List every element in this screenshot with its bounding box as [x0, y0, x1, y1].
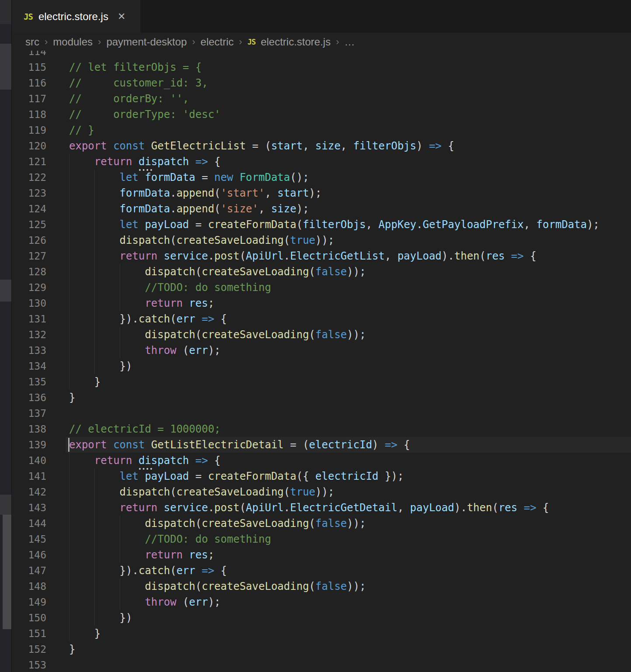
indent-guide — [120, 594, 120, 610]
code-line[interactable]: 147 }).catch(err => { — [12, 563, 631, 578]
token-punctuation — [189, 454, 195, 467]
code-line[interactable]: 151 } — [12, 626, 631, 641]
code-line[interactable]: 125 let payLoad = createFormData(filterO… — [12, 217, 631, 232]
code-line[interactable]: 126 dispatch(createSaveLoading(true)); — [12, 232, 631, 248]
code-line[interactable]: 149 throw (err); — [12, 594, 631, 610]
token-punctuation: ( — [284, 486, 290, 498]
token-variable: payLoad — [145, 218, 189, 231]
token-punctuation: }); — [378, 470, 404, 482]
code-line[interactable]: 142 dispatch(createSaveLoading(true)); — [12, 484, 631, 500]
token-punctuation: { — [214, 313, 227, 325]
line-number: 139 — [12, 439, 46, 450]
token-punctuation: ( — [309, 329, 315, 341]
breadcrumb-item-file[interactable]: electric.store.js — [261, 36, 331, 48]
token-variable: payLoad — [397, 250, 441, 262]
token-function: then — [467, 502, 492, 514]
breadcrumb-separator-icon: › — [239, 36, 242, 48]
token-punctuation: ( — [170, 234, 176, 246]
line-number: 124 — [12, 203, 46, 215]
code-line[interactable]: 132 dispatch(createSaveLoading(false)); — [12, 327, 631, 343]
code-line[interactable]: 148 dispatch(createSaveLoading(false)); — [12, 578, 631, 594]
breadcrumb-item-modules[interactable]: modules — [53, 36, 93, 48]
code-line[interactable]: 129 //TODO: do something — [12, 280, 631, 295]
code-line[interactable]: 136} — [12, 390, 631, 405]
indent-guide — [120, 295, 120, 311]
code-line[interactable]: 134 }) — [12, 358, 631, 374]
breadcrumb-item-src[interactable]: src — [25, 36, 39, 48]
code-line[interactable]: 150 }) — [12, 610, 631, 626]
code-line[interactable]: 120export const GetElectricList = (start… — [12, 138, 631, 154]
tab-electric-store-js[interactable]: JS electric.store.js ✕ — [12, 0, 140, 33]
code-line[interactable]: 119// } — [12, 122, 631, 138]
indent-guide — [94, 264, 95, 280]
token-punctuation: }) — [69, 612, 132, 624]
code-line[interactable]: 124 formData.append('size', size); — [12, 201, 631, 217]
code-line[interactable]: 123 formData.append('start', start); — [12, 185, 631, 201]
code-line[interactable]: 138// electricId = 1000000; — [12, 421, 631, 437]
indent-guide — [69, 248, 69, 264]
indent-guide — [94, 484, 95, 500]
code-line[interactable]: 145 //TODO: do something — [12, 531, 631, 547]
code-line[interactable]: 122 let formData = new FormData(); — [12, 170, 631, 185]
line-number: 125 — [12, 219, 46, 230]
breadcrumb-symbol-tail[interactable]: … — [344, 36, 355, 48]
token-function: dispatch — [145, 517, 195, 530]
code-line-text: dispatch(createSaveLoading(false)); — [69, 327, 366, 343]
code-line[interactable]: 153 — [12, 657, 631, 672]
code-line-text: }) — [69, 610, 132, 626]
breadcrumb-item-payment-desktop[interactable]: payment-desktop — [106, 36, 187, 48]
code-line[interactable]: 117// orderBy: '', — [12, 91, 631, 107]
token-punctuation: . — [284, 502, 290, 514]
code-line[interactable]: 127 return service.post(ApiUrl.ElectricG… — [12, 248, 631, 264]
code-line[interactable]: 128 dispatch(createSaveLoading(false)); — [12, 264, 631, 280]
code-line[interactable]: 144 dispatch(createSaveLoading(false)); — [12, 516, 631, 531]
code-line[interactable]: 130 return res; — [12, 295, 631, 311]
token-punctuation: ); — [208, 596, 221, 608]
line-number: 136 — [12, 392, 46, 403]
token-keyword: const — [113, 439, 145, 451]
code-line[interactable]: 141 let payLoad = createFormData({ elect… — [12, 468, 631, 484]
code-line[interactable]: 121 return dispatch => { — [12, 154, 631, 170]
tab-close-icon[interactable]: ✕ — [118, 11, 125, 22]
code-line[interactable]: 115// let filterObjs = { — [12, 59, 631, 75]
token-punctuation: ) — [372, 439, 385, 451]
code-editor[interactable]: 114115// let filterObjs = {116// custome… — [12, 44, 631, 672]
code-line[interactable]: 143 return service.post(ApiUrl.ElectricG… — [12, 500, 631, 516]
code-line[interactable]: 152} — [12, 641, 631, 657]
token-punctuation — [183, 297, 189, 309]
token-punctuation: ( — [239, 502, 246, 514]
token-punctuation — [69, 266, 145, 278]
breadcrumb-separator-icon: › — [336, 36, 339, 48]
token-punctuation — [132, 156, 139, 168]
line-number: 143 — [12, 502, 46, 513]
indent-guide — [94, 280, 95, 295]
code-line[interactable]: 131 }).catch(err => { — [12, 311, 631, 327]
code-line[interactable]: 146 return res; — [12, 547, 631, 563]
token-punctuation: ) — [416, 140, 429, 152]
code-line[interactable]: 137 — [12, 405, 631, 421]
code-line[interactable]: 116// customer_id: 3, — [12, 75, 631, 91]
code-line[interactable]: 139export const GetListElectricDetail = … — [12, 437, 631, 453]
token-punctuation — [145, 140, 151, 152]
code-line[interactable]: 135 } — [12, 374, 631, 390]
code-line-text: let payLoad = createFormData(filterObjs,… — [69, 217, 600, 232]
line-number: 133 — [12, 345, 46, 356]
code-line[interactable]: 140 return dispatch => { — [12, 453, 631, 468]
token-punctuation: ( — [195, 517, 201, 530]
token-keyword: return — [94, 156, 132, 168]
code-line[interactable]: 118// orderType: 'desc' — [12, 107, 631, 122]
line-number: 115 — [12, 62, 46, 73]
token-function: post — [214, 250, 239, 262]
token-keyword: true — [290, 486, 316, 498]
token-function: createSaveLoading — [201, 517, 309, 530]
code-line-text: return service.post(ApiUrl.ElectricGetLi… — [69, 248, 536, 264]
line-number: 153 — [12, 659, 46, 671]
breadcrumb-item-electric[interactable]: electric — [201, 36, 234, 48]
token-punctuation: ( — [479, 250, 485, 262]
token-punctuation: , — [397, 502, 410, 514]
code-line[interactable]: 133 throw (err); — [12, 343, 631, 358]
indent-guide — [94, 311, 95, 327]
line-number: 131 — [12, 313, 46, 325]
token-punctuation: } — [69, 643, 75, 655]
token-punctuation: = — [195, 171, 214, 184]
